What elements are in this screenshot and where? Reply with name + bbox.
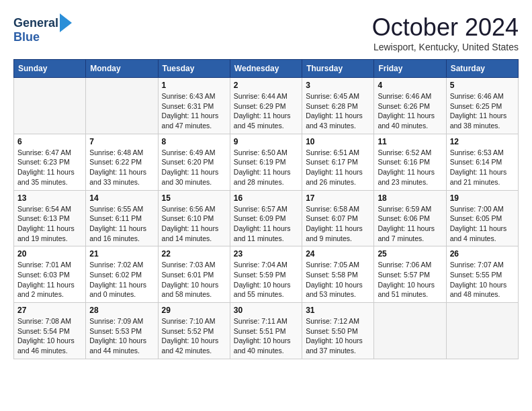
day-cell: 29Sunrise: 7:10 AM Sunset: 5:52 PM Dayli… — [158, 303, 230, 359]
day-info: Sunrise: 7:11 AM Sunset: 5:51 PM Dayligh… — [234, 316, 298, 356]
day-info: Sunrise: 7:04 AM Sunset: 5:59 PM Dayligh… — [234, 260, 298, 300]
page-header: General Blue October 2024 Lewisport, Ken… — [13, 13, 519, 52]
day-cell: 10Sunrise: 6:51 AM Sunset: 6:17 PM Dayli… — [302, 134, 374, 190]
day-info: Sunrise: 6:54 AM Sunset: 6:13 PM Dayligh… — [17, 204, 82, 244]
day-info: Sunrise: 6:58 AM Sunset: 6:07 PM Dayligh… — [306, 204, 370, 244]
day-cell: 15Sunrise: 6:56 AM Sunset: 6:10 PM Dayli… — [158, 190, 230, 246]
header-thursday: Thursday — [302, 60, 374, 78]
header-monday: Monday — [86, 60, 158, 78]
week-row-4: 20Sunrise: 7:01 AM Sunset: 6:03 PM Dayli… — [14, 246, 519, 303]
day-number: 14 — [89, 193, 154, 203]
day-info: Sunrise: 6:43 AM Sunset: 6:31 PM Dayligh… — [162, 91, 226, 131]
day-number: 29 — [162, 306, 226, 315]
day-cell: 5Sunrise: 6:46 AM Sunset: 6:25 PM Daylig… — [446, 78, 518, 134]
day-number: 25 — [378, 249, 442, 259]
day-info: Sunrise: 7:00 AM Sunset: 6:05 PM Dayligh… — [450, 204, 515, 244]
day-info: Sunrise: 7:05 AM Sunset: 5:58 PM Dayligh… — [306, 260, 370, 300]
day-number: 31 — [306, 306, 370, 315]
day-number: 9 — [234, 137, 298, 146]
day-cell: 24Sunrise: 7:05 AM Sunset: 5:58 PM Dayli… — [302, 246, 374, 303]
day-number: 12 — [450, 137, 515, 146]
day-info: Sunrise: 7:12 AM Sunset: 5:50 PM Dayligh… — [306, 316, 370, 356]
day-info: Sunrise: 6:48 AM Sunset: 6:22 PM Dayligh… — [89, 148, 154, 187]
day-cell: 2Sunrise: 6:44 AM Sunset: 6:29 PM Daylig… — [230, 78, 302, 134]
day-info: Sunrise: 6:59 AM Sunset: 6:06 PM Dayligh… — [378, 204, 442, 244]
day-info: Sunrise: 6:50 AM Sunset: 6:19 PM Dayligh… — [234, 148, 298, 187]
day-cell: 6Sunrise: 6:47 AM Sunset: 6:23 PM Daylig… — [14, 134, 86, 190]
day-info: Sunrise: 6:55 AM Sunset: 6:11 PM Dayligh… — [89, 204, 154, 244]
day-cell: 30Sunrise: 7:11 AM Sunset: 5:51 PM Dayli… — [230, 303, 302, 359]
day-number: 7 — [89, 137, 154, 146]
day-number: 1 — [162, 81, 226, 90]
day-number: 6 — [17, 137, 82, 146]
header-wednesday: Wednesday — [230, 60, 302, 78]
day-cell: 1Sunrise: 6:43 AM Sunset: 6:31 PM Daylig… — [158, 78, 230, 134]
day-number: 13 — [17, 193, 82, 203]
location: Lewisport, Kentucky, United States — [372, 42, 519, 52]
week-row-5: 27Sunrise: 7:08 AM Sunset: 5:54 PM Dayli… — [14, 303, 519, 359]
day-cell: 19Sunrise: 7:00 AM Sunset: 6:05 PM Dayli… — [446, 190, 518, 246]
day-number: 19 — [450, 193, 515, 203]
week-row-1: 1Sunrise: 6:43 AM Sunset: 6:31 PM Daylig… — [14, 78, 519, 134]
logo-general: General — [13, 16, 58, 30]
day-cell: 21Sunrise: 7:02 AM Sunset: 6:02 PM Dayli… — [86, 246, 158, 303]
day-info: Sunrise: 6:52 AM Sunset: 6:16 PM Dayligh… — [378, 148, 442, 187]
day-cell: 25Sunrise: 7:06 AM Sunset: 5:57 PM Dayli… — [374, 246, 446, 303]
day-info: Sunrise: 7:03 AM Sunset: 6:01 PM Dayligh… — [162, 260, 226, 300]
day-cell: 31Sunrise: 7:12 AM Sunset: 5:50 PM Dayli… — [302, 303, 374, 359]
day-info: Sunrise: 6:44 AM Sunset: 6:29 PM Dayligh… — [234, 91, 298, 131]
day-number: 4 — [378, 81, 442, 90]
day-cell — [374, 303, 446, 359]
day-number: 24 — [306, 249, 370, 259]
day-number: 30 — [234, 306, 298, 315]
day-cell: 4Sunrise: 6:46 AM Sunset: 6:26 PM Daylig… — [374, 78, 446, 134]
day-number: 8 — [162, 137, 226, 146]
day-info: Sunrise: 6:46 AM Sunset: 6:25 PM Dayligh… — [450, 91, 515, 131]
day-number: 18 — [378, 193, 442, 203]
day-cell: 8Sunrise: 6:49 AM Sunset: 6:20 PM Daylig… — [158, 134, 230, 190]
day-number: 22 — [162, 249, 226, 259]
day-cell: 28Sunrise: 7:09 AM Sunset: 5:53 PM Dayli… — [86, 303, 158, 359]
day-info: Sunrise: 7:01 AM Sunset: 6:03 PM Dayligh… — [17, 260, 82, 300]
day-cell: 3Sunrise: 6:45 AM Sunset: 6:28 PM Daylig… — [302, 78, 374, 134]
title-block: October 2024 Lewisport, Kentucky, United… — [372, 13, 519, 52]
day-info: Sunrise: 7:08 AM Sunset: 5:54 PM Dayligh… — [17, 316, 82, 356]
day-number: 5 — [450, 81, 515, 90]
day-info: Sunrise: 6:47 AM Sunset: 6:23 PM Dayligh… — [17, 148, 82, 187]
day-cell: 11Sunrise: 6:52 AM Sunset: 6:16 PM Dayli… — [374, 134, 446, 190]
day-number: 27 — [17, 306, 82, 315]
calendar-table: SundayMondayTuesdayWednesdayThursdayFrid… — [13, 59, 519, 359]
day-info: Sunrise: 6:51 AM Sunset: 6:17 PM Dayligh… — [306, 148, 370, 187]
day-info: Sunrise: 7:06 AM Sunset: 5:57 PM Dayligh… — [378, 260, 442, 300]
header-saturday: Saturday — [446, 60, 518, 78]
day-info: Sunrise: 6:56 AM Sunset: 6:10 PM Dayligh… — [162, 204, 226, 244]
logo-blue: Blue — [13, 30, 72, 44]
day-cell: 12Sunrise: 6:53 AM Sunset: 6:14 PM Dayli… — [446, 134, 518, 190]
day-info: Sunrise: 7:02 AM Sunset: 6:02 PM Dayligh… — [89, 260, 154, 300]
day-info: Sunrise: 6:49 AM Sunset: 6:20 PM Dayligh… — [162, 148, 226, 187]
day-cell: 9Sunrise: 6:50 AM Sunset: 6:19 PM Daylig… — [230, 134, 302, 190]
day-cell: 23Sunrise: 7:04 AM Sunset: 5:59 PM Dayli… — [230, 246, 302, 303]
day-number: 23 — [234, 249, 298, 259]
day-number: 15 — [162, 193, 226, 203]
day-info: Sunrise: 7:10 AM Sunset: 5:52 PM Dayligh… — [162, 316, 226, 356]
day-number: 21 — [89, 249, 154, 259]
header-tuesday: Tuesday — [158, 60, 230, 78]
day-number: 10 — [306, 137, 370, 146]
day-number: 3 — [306, 81, 370, 90]
day-number: 17 — [306, 193, 370, 203]
day-info: Sunrise: 7:07 AM Sunset: 5:55 PM Dayligh… — [450, 260, 515, 300]
day-number: 26 — [450, 249, 515, 259]
day-cell: 14Sunrise: 6:55 AM Sunset: 6:11 PM Dayli… — [86, 190, 158, 246]
month-title: October 2024 — [372, 13, 519, 42]
week-row-3: 13Sunrise: 6:54 AM Sunset: 6:13 PM Dayli… — [14, 190, 519, 246]
day-cell — [446, 303, 518, 359]
day-cell — [86, 78, 158, 134]
header-row: SundayMondayTuesdayWednesdayThursdayFrid… — [14, 60, 519, 78]
day-cell: 16Sunrise: 6:57 AM Sunset: 6:09 PM Dayli… — [230, 190, 302, 246]
day-cell: 22Sunrise: 7:03 AM Sunset: 6:01 PM Dayli… — [158, 246, 230, 303]
day-cell: 20Sunrise: 7:01 AM Sunset: 6:03 PM Dayli… — [14, 246, 86, 303]
day-number: 20 — [17, 249, 82, 259]
header-friday: Friday — [374, 60, 446, 78]
day-cell: 18Sunrise: 6:59 AM Sunset: 6:06 PM Dayli… — [374, 190, 446, 246]
